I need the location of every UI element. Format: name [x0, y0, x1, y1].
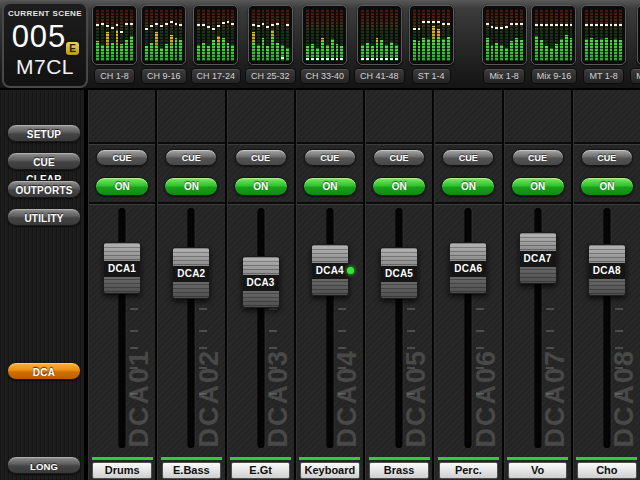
fader-position-marker [316, 58, 319, 60]
meter-bank-tab-ch-1-8[interactable]: CH 1-8 [94, 68, 135, 84]
cue-button[interactable]: CUE [96, 149, 148, 166]
strip-divider [89, 202, 155, 205]
channel-strip: CUEONDCA03DCA3E.Gt [227, 90, 294, 480]
meter-bar [179, 9, 182, 61]
setup-button[interactable]: SETUP [7, 124, 81, 142]
meter-bank-tab-ch-41-48[interactable]: CH 41-48 [354, 68, 405, 84]
meter-segments [281, 9, 284, 61]
meter-segments [336, 9, 339, 61]
on-button[interactable]: ON [303, 177, 357, 196]
meter-bar [595, 9, 598, 61]
meter-segments [600, 9, 603, 61]
fader-scale-tick [615, 347, 623, 349]
fader-scale-tick [338, 347, 346, 349]
meter-bank-tab-mt-1-8[interactable]: MT 1-8 [583, 68, 623, 84]
meter-segments [331, 9, 334, 61]
channel-color-bar [438, 457, 499, 460]
channel-name-label[interactable]: Keyboard [300, 462, 360, 479]
cue-button[interactable]: CUE [235, 149, 287, 166]
meter-segments [491, 9, 494, 61]
fader-cap[interactable]: DCA7 [519, 232, 557, 284]
fader-cap[interactable]: DCA1 [103, 242, 141, 294]
fader-cap[interactable]: DCA2 [172, 247, 210, 299]
on-button[interactable]: ON [580, 177, 634, 196]
channel-name-label[interactable]: E.Gt [231, 462, 291, 479]
meter-segments [380, 9, 383, 61]
on-button[interactable]: ON [95, 177, 149, 196]
channel-name-label[interactable]: Drums [92, 462, 152, 479]
meter-bank-tab-mix-1-8[interactable]: Mix 1-8 [483, 68, 525, 84]
meter-segments [614, 9, 617, 61]
dca-bank-button[interactable]: DCA [7, 362, 81, 380]
channel-name-label[interactable]: Vo [508, 462, 568, 479]
meter-segments [427, 9, 430, 61]
meter-bar [491, 9, 494, 61]
cue-button[interactable]: CUE [165, 149, 217, 166]
channel-name-label[interactable]: E.Bass [162, 462, 222, 479]
on-button[interactable]: ON [372, 177, 426, 196]
fader-position-marker [202, 24, 205, 26]
channel-strip: CUEONDCA08DCA8Cho [573, 90, 640, 480]
meter-block [357, 5, 402, 65]
strip-divider [435, 142, 501, 145]
fader-position-marker [614, 24, 617, 26]
meter-bar [535, 9, 538, 61]
on-button[interactable]: ON [441, 177, 495, 196]
meter-bank-tab-ch-17-24[interactable]: CH 17-24 [191, 68, 242, 84]
meter-bank-tab-st-1-4[interactable]: ST 1-4 [412, 68, 451, 84]
fader-track[interactable] [396, 208, 403, 448]
on-button[interactable]: ON [164, 177, 218, 196]
meter-block [581, 5, 626, 65]
fader-track[interactable] [257, 208, 264, 448]
fader-cap[interactable]: DCA4 [311, 244, 349, 296]
fader-scale-tick [199, 347, 207, 349]
meter-bar [385, 9, 388, 61]
channel-name-label[interactable]: Cho [577, 462, 637, 479]
channel-name-label[interactable]: Perc. [439, 462, 499, 479]
on-button[interactable]: ON [234, 177, 288, 196]
cue-button[interactable]: CUE [373, 149, 425, 166]
utility-button[interactable]: UTILITY [7, 208, 81, 226]
cue-button[interactable]: CUE [581, 149, 633, 166]
meter-segments [610, 9, 613, 61]
meter-bar [413, 9, 416, 61]
on-button[interactable]: ON [511, 177, 565, 196]
channel-name-label[interactable]: Brass [369, 462, 429, 479]
meter-bar [120, 9, 123, 61]
fader-cap[interactable]: DCA5 [380, 247, 418, 299]
meter-group: CH 41-48 [354, 5, 405, 84]
meter-segments [150, 9, 153, 61]
meter-segments [570, 9, 573, 61]
cue-button[interactable]: CUE [304, 149, 356, 166]
meter-segments [595, 9, 598, 61]
fader-position-marker [500, 27, 503, 29]
meter-segments [271, 9, 274, 61]
meter-bank-tab-ch-33-40[interactable]: CH 33-40 [300, 68, 351, 84]
dca-watermark: DCA07 [540, 349, 571, 448]
fader-position-marker [442, 23, 445, 25]
meter-segments [96, 9, 99, 61]
meter-bank-tab-ch-25-32[interactable]: CH 25-32 [245, 68, 296, 84]
fader-cap[interactable]: DCA3 [242, 256, 280, 308]
current-scene-panel[interactable]: CURRENT SCENE 005 E M7CL [2, 2, 88, 88]
meter-segments [116, 9, 119, 61]
fader-scale-tick [476, 393, 484, 395]
meter-bar [160, 9, 163, 61]
strip-divider [435, 202, 501, 205]
outports-button[interactable]: OUTPORTS [7, 180, 81, 198]
cue-button[interactable]: CUE [442, 149, 494, 166]
fader-position-marker [179, 24, 182, 26]
fader-position-marker [515, 23, 518, 25]
cue-button[interactable]: CUE [512, 149, 564, 166]
meter-bank-tab-master[interactable]: Master [630, 68, 640, 84]
meter-bar [447, 9, 450, 61]
fader-track[interactable] [188, 208, 195, 448]
meter-bar [165, 9, 168, 61]
long-faders-button[interactable]: LONG FADERS [7, 456, 81, 474]
meter-bank-tab-mix-9-16[interactable]: Mix 9-16 [531, 68, 578, 84]
meter-bank-tab-ch-9-16[interactable]: CH 9-16 [141, 68, 187, 84]
fader-position-marker [222, 22, 225, 24]
fader-cap[interactable]: DCA6 [449, 242, 487, 294]
fader-cap[interactable]: DCA8 [588, 244, 626, 296]
cue-clear-button[interactable]: CUE CLEAR [7, 152, 81, 170]
